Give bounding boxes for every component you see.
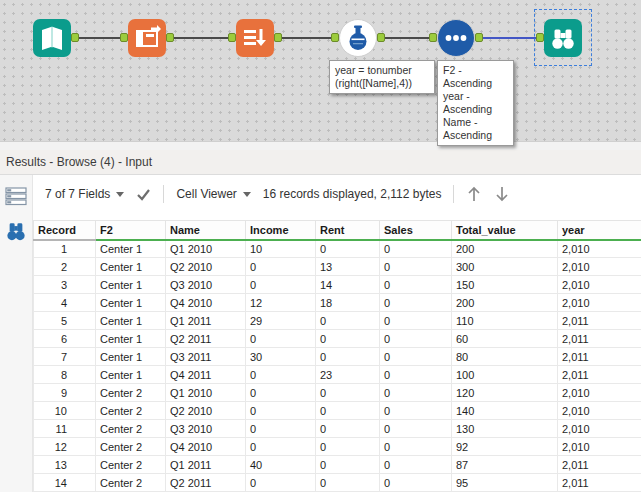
data-cell[interactable]: 300: [452, 258, 558, 276]
scroll-down-button[interactable]: [494, 185, 510, 203]
data-cell[interactable]: Center 2: [96, 456, 166, 474]
data-cell[interactable]: 30: [246, 348, 316, 366]
data-cell[interactable]: Q1 2010: [166, 384, 246, 402]
data-cell[interactable]: 23: [316, 366, 380, 384]
data-cell[interactable]: 0: [246, 474, 316, 492]
data-cell[interactable]: Center 2: [96, 474, 166, 492]
record-number-cell[interactable]: 4: [34, 294, 96, 312]
data-cell[interactable]: 0: [380, 276, 452, 294]
data-cell[interactable]: Q1 2011: [166, 312, 246, 330]
scroll-up-button[interactable]: [466, 185, 482, 203]
data-cell[interactable]: 130: [452, 420, 558, 438]
table-row[interactable]: 8Center 1Q4 201102301002,011: [34, 366, 641, 384]
data-cell[interactable]: 0: [380, 348, 452, 366]
column-header-rent[interactable]: Rent: [316, 221, 380, 240]
data-cell[interactable]: 2,010: [558, 240, 641, 258]
data-cell[interactable]: 0: [316, 312, 380, 330]
results-options-button[interactable]: [4, 185, 28, 207]
data-cell[interactable]: 0: [380, 402, 452, 420]
input-anchor[interactable]: [228, 33, 236, 42]
data-cell[interactable]: 0: [246, 258, 316, 276]
output-anchor[interactable]: [475, 33, 483, 42]
data-cell[interactable]: 0: [380, 240, 452, 258]
data-cell[interactable]: 0: [246, 420, 316, 438]
workflow-canvas[interactable]: year = tonumber (right([Name],4)) F2 - A…: [0, 0, 641, 141]
column-header-f2[interactable]: F2: [96, 221, 166, 240]
table-row[interactable]: 14Center 2Q2 2011000952,011: [34, 474, 641, 492]
data-cell[interactable]: 150: [452, 276, 558, 294]
data-cell[interactable]: Center 1: [96, 294, 166, 312]
transpose-tool[interactable]: [128, 19, 166, 57]
data-cell[interactable]: Center 2: [96, 402, 166, 420]
data-cell[interactable]: 92: [452, 438, 558, 456]
data-cell[interactable]: Q2 2010: [166, 258, 246, 276]
record-number-cell[interactable]: 8: [34, 366, 96, 384]
table-row[interactable]: 4Center 1Q4 2010121802002,010: [34, 294, 641, 312]
data-cell[interactable]: 110: [452, 312, 558, 330]
data-cell[interactable]: 2,011: [558, 348, 641, 366]
data-cell[interactable]: 0: [380, 456, 452, 474]
data-cell[interactable]: 0: [316, 348, 380, 366]
data-cell[interactable]: 140: [452, 402, 558, 420]
data-cell[interactable]: Q4 2010: [166, 438, 246, 456]
data-cell[interactable]: 0: [246, 384, 316, 402]
data-cell[interactable]: 0: [316, 240, 380, 258]
sort-tool[interactable]: [437, 19, 475, 57]
data-cell[interactable]: Q1 2011: [166, 456, 246, 474]
record-number-cell[interactable]: 1: [34, 240, 96, 258]
data-cell[interactable]: 60: [452, 330, 558, 348]
data-cell[interactable]: Q3 2010: [166, 276, 246, 294]
data-cell[interactable]: 29: [246, 312, 316, 330]
data-cell[interactable]: 0: [246, 366, 316, 384]
output-anchor[interactable]: [377, 33, 385, 42]
record-number-cell[interactable]: 9: [34, 384, 96, 402]
data-cell[interactable]: Center 1: [96, 240, 166, 258]
data-cell[interactable]: 14: [316, 276, 380, 294]
data-cell[interactable]: 0: [246, 438, 316, 456]
column-header-sales[interactable]: Sales: [380, 221, 452, 240]
data-cell[interactable]: Center 2: [96, 420, 166, 438]
data-cell[interactable]: Center 1: [96, 366, 166, 384]
record-number-cell[interactable]: 14: [34, 474, 96, 492]
record-number-cell[interactable]: 2: [34, 258, 96, 276]
data-cell[interactable]: Center 1: [96, 276, 166, 294]
data-cell[interactable]: 2,010: [558, 294, 641, 312]
data-cell[interactable]: 100: [452, 366, 558, 384]
column-header-record[interactable]: Record: [34, 221, 96, 240]
data-cell[interactable]: 2,011: [558, 330, 641, 348]
connection-transpose-crosstab[interactable]: [166, 37, 236, 39]
data-cell[interactable]: 0: [246, 402, 316, 420]
data-cell[interactable]: 0: [380, 366, 452, 384]
output-anchor[interactable]: [71, 33, 79, 42]
data-cell[interactable]: 2,011: [558, 366, 641, 384]
data-cell[interactable]: 2,011: [558, 474, 641, 492]
record-number-cell[interactable]: 13: [34, 456, 96, 474]
data-cell[interactable]: Q2 2010: [166, 402, 246, 420]
data-cell[interactable]: 2,010: [558, 384, 641, 402]
data-cell[interactable]: 0: [316, 438, 380, 456]
column-header-total-value[interactable]: Total_value: [452, 221, 558, 240]
table-row[interactable]: 13Center 2Q1 20114000872,011: [34, 456, 641, 474]
table-row[interactable]: 7Center 1Q3 20113000802,011: [34, 348, 641, 366]
data-cell[interactable]: Center 1: [96, 258, 166, 276]
column-header-name[interactable]: Name: [166, 221, 246, 240]
table-row[interactable]: 10Center 2Q2 20100001402,010: [34, 402, 641, 420]
data-cell[interactable]: 200: [452, 294, 558, 312]
table-row[interactable]: 5Center 1Q1 201129001102,011: [34, 312, 641, 330]
data-cell[interactable]: 0: [380, 438, 452, 456]
data-cell[interactable]: 0: [380, 420, 452, 438]
data-cell[interactable]: 2,011: [558, 456, 641, 474]
data-cell[interactable]: Q4 2011: [166, 366, 246, 384]
data-cell[interactable]: Center 2: [96, 438, 166, 456]
data-cell[interactable]: 2,010: [558, 258, 641, 276]
data-cell[interactable]: 0: [380, 330, 452, 348]
crosstab-tool[interactable]: [236, 19, 274, 57]
data-cell[interactable]: Center 1: [96, 348, 166, 366]
data-cell[interactable]: 10: [246, 240, 316, 258]
data-cell[interactable]: 18: [316, 294, 380, 312]
column-header-income[interactable]: Income: [246, 221, 316, 240]
input-anchor[interactable]: [331, 33, 339, 42]
data-cell[interactable]: 120: [452, 384, 558, 402]
data-cell[interactable]: 0: [380, 312, 452, 330]
data-cell[interactable]: 13: [316, 258, 380, 276]
